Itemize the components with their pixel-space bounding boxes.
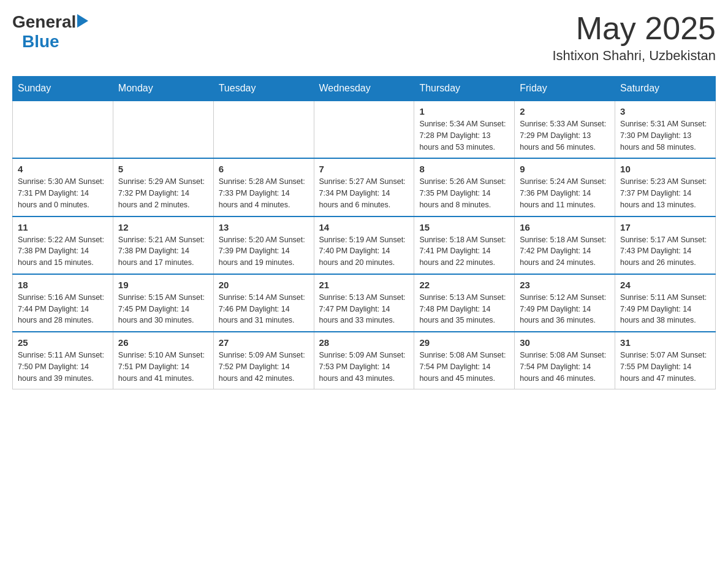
day-info: Sunrise: 5:10 AM Sunset: 7:51 PM Dayligh… (118, 350, 208, 384)
header-sunday: Sunday (13, 77, 113, 101)
title-block: May 2025 Ishtixon Shahri, Uzbekistan (552, 12, 716, 64)
day-info: Sunrise: 5:26 AM Sunset: 7:35 PM Dayligh… (419, 176, 509, 210)
calendar-week-5: 25Sunrise: 5:11 AM Sunset: 7:50 PM Dayli… (13, 332, 716, 389)
table-row: 14Sunrise: 5:19 AM Sunset: 7:40 PM Dayli… (314, 216, 414, 274)
day-number: 16 (520, 222, 610, 232)
day-info: Sunrise: 5:20 AM Sunset: 7:39 PM Dayligh… (219, 234, 309, 269)
table-row: 15Sunrise: 5:18 AM Sunset: 7:41 PM Dayli… (414, 216, 515, 274)
day-number: 29 (419, 337, 509, 348)
day-info: Sunrise: 5:22 AM Sunset: 7:38 PM Dayligh… (18, 234, 108, 269)
day-number: 25 (18, 337, 108, 348)
calendar-week-4: 18Sunrise: 5:16 AM Sunset: 7:44 PM Dayli… (13, 274, 716, 332)
calendar-week-1: 1Sunrise: 5:34 AM Sunset: 7:28 PM Daylig… (13, 101, 716, 158)
day-info: Sunrise: 5:19 AM Sunset: 7:40 PM Dayligh… (319, 234, 409, 269)
day-number: 17 (620, 222, 710, 232)
day-number: 22 (419, 280, 509, 290)
day-info: Sunrise: 5:11 AM Sunset: 7:50 PM Dayligh… (18, 350, 108, 384)
day-info: Sunrise: 5:16 AM Sunset: 7:44 PM Dayligh… (18, 292, 108, 326)
table-row: 5Sunrise: 5:29 AM Sunset: 7:32 PM Daylig… (113, 158, 213, 216)
table-row: 7Sunrise: 5:27 AM Sunset: 7:34 PM Daylig… (314, 158, 414, 216)
day-number: 9 (520, 164, 610, 174)
day-info: Sunrise: 5:13 AM Sunset: 7:48 PM Dayligh… (419, 292, 509, 326)
day-number: 20 (219, 280, 309, 290)
day-number: 21 (319, 280, 409, 290)
table-row (13, 101, 113, 158)
table-row: 10Sunrise: 5:23 AM Sunset: 7:37 PM Dayli… (615, 158, 716, 216)
table-row: 20Sunrise: 5:14 AM Sunset: 7:46 PM Dayli… (213, 274, 314, 332)
table-row: 3Sunrise: 5:31 AM Sunset: 7:30 PM Daylig… (615, 101, 716, 158)
day-info: Sunrise: 5:27 AM Sunset: 7:34 PM Dayligh… (319, 176, 409, 210)
table-row: 13Sunrise: 5:20 AM Sunset: 7:39 PM Dayli… (213, 216, 314, 274)
table-row: 17Sunrise: 5:17 AM Sunset: 7:43 PM Dayli… (615, 216, 716, 274)
day-number: 8 (419, 164, 509, 174)
day-info: Sunrise: 5:11 AM Sunset: 7:49 PM Dayligh… (620, 292, 710, 326)
day-number: 24 (620, 280, 710, 290)
day-number: 30 (520, 337, 610, 348)
day-info: Sunrise: 5:31 AM Sunset: 7:30 PM Dayligh… (620, 118, 710, 153)
day-number: 15 (419, 222, 509, 232)
day-info: Sunrise: 5:30 AM Sunset: 7:31 PM Dayligh… (18, 176, 108, 210)
logo: General Blue (12, 12, 88, 52)
day-info: Sunrise: 5:29 AM Sunset: 7:32 PM Dayligh… (118, 176, 208, 210)
table-row: 8Sunrise: 5:26 AM Sunset: 7:35 PM Daylig… (414, 158, 515, 216)
page-header: General Blue May 2025 Ishtixon Shahri, U… (12, 12, 716, 64)
day-info: Sunrise: 5:13 AM Sunset: 7:47 PM Dayligh… (319, 292, 409, 326)
day-number: 18 (18, 280, 108, 290)
day-info: Sunrise: 5:18 AM Sunset: 7:41 PM Dayligh… (419, 234, 509, 269)
day-info: Sunrise: 5:34 AM Sunset: 7:28 PM Dayligh… (419, 118, 509, 153)
table-row: 31Sunrise: 5:07 AM Sunset: 7:55 PM Dayli… (615, 332, 716, 389)
table-row: 30Sunrise: 5:08 AM Sunset: 7:54 PM Dayli… (515, 332, 615, 389)
header-friday: Friday (515, 77, 615, 101)
day-number: 14 (319, 222, 409, 232)
day-info: Sunrise: 5:15 AM Sunset: 7:45 PM Dayligh… (118, 292, 208, 326)
day-number: 3 (620, 106, 710, 117)
location-title: Ishtixon Shahri, Uzbekistan (552, 48, 716, 64)
table-row: 9Sunrise: 5:24 AM Sunset: 7:36 PM Daylig… (515, 158, 615, 216)
calendar-week-2: 4Sunrise: 5:30 AM Sunset: 7:31 PM Daylig… (13, 158, 716, 216)
day-info: Sunrise: 5:14 AM Sunset: 7:46 PM Dayligh… (219, 292, 309, 326)
day-number: 1 (419, 106, 509, 117)
day-info: Sunrise: 5:12 AM Sunset: 7:49 PM Dayligh… (520, 292, 610, 326)
day-info: Sunrise: 5:09 AM Sunset: 7:52 PM Dayligh… (219, 350, 309, 384)
table-row: 18Sunrise: 5:16 AM Sunset: 7:44 PM Dayli… (13, 274, 113, 332)
day-number: 31 (620, 337, 710, 348)
day-number: 2 (520, 106, 610, 117)
header-saturday: Saturday (615, 77, 716, 101)
month-title: May 2025 (552, 12, 716, 44)
day-info: Sunrise: 5:33 AM Sunset: 7:29 PM Dayligh… (520, 118, 610, 153)
table-row (314, 101, 414, 158)
day-number: 5 (118, 164, 208, 174)
day-number: 7 (319, 164, 409, 174)
day-number: 23 (520, 280, 610, 290)
day-number: 10 (620, 164, 710, 174)
table-row (213, 101, 314, 158)
table-row: 25Sunrise: 5:11 AM Sunset: 7:50 PM Dayli… (13, 332, 113, 389)
header-thursday: Thursday (414, 77, 515, 101)
table-row: 28Sunrise: 5:09 AM Sunset: 7:53 PM Dayli… (314, 332, 414, 389)
day-number: 4 (18, 164, 108, 174)
table-row: 11Sunrise: 5:22 AM Sunset: 7:38 PM Dayli… (13, 216, 113, 274)
day-number: 28 (319, 337, 409, 348)
table-row: 26Sunrise: 5:10 AM Sunset: 7:51 PM Dayli… (113, 332, 213, 389)
day-number: 11 (18, 222, 108, 232)
day-info: Sunrise: 5:24 AM Sunset: 7:36 PM Dayligh… (520, 176, 610, 210)
table-row: 12Sunrise: 5:21 AM Sunset: 7:38 PM Dayli… (113, 216, 213, 274)
table-row (113, 101, 213, 158)
table-row: 19Sunrise: 5:15 AM Sunset: 7:45 PM Dayli… (113, 274, 213, 332)
day-info: Sunrise: 5:21 AM Sunset: 7:38 PM Dayligh… (118, 234, 208, 269)
calendar-table: Sunday Monday Tuesday Wednesday Thursday… (12, 76, 716, 389)
day-info: Sunrise: 5:23 AM Sunset: 7:37 PM Dayligh… (620, 176, 710, 210)
logo-triangle-icon (77, 14, 88, 28)
day-number: 13 (219, 222, 309, 232)
table-row: 27Sunrise: 5:09 AM Sunset: 7:52 PM Dayli… (213, 332, 314, 389)
table-row: 24Sunrise: 5:11 AM Sunset: 7:49 PM Dayli… (615, 274, 716, 332)
day-info: Sunrise: 5:09 AM Sunset: 7:53 PM Dayligh… (319, 350, 409, 384)
table-row: 29Sunrise: 5:08 AM Sunset: 7:54 PM Dayli… (414, 332, 515, 389)
day-number: 26 (118, 337, 208, 348)
day-info: Sunrise: 5:28 AM Sunset: 7:33 PM Dayligh… (219, 176, 309, 210)
day-number: 19 (118, 280, 208, 290)
day-number: 27 (219, 337, 309, 348)
day-info: Sunrise: 5:08 AM Sunset: 7:54 PM Dayligh… (520, 350, 610, 384)
table-row: 22Sunrise: 5:13 AM Sunset: 7:48 PM Dayli… (414, 274, 515, 332)
table-row: 4Sunrise: 5:30 AM Sunset: 7:31 PM Daylig… (13, 158, 113, 216)
